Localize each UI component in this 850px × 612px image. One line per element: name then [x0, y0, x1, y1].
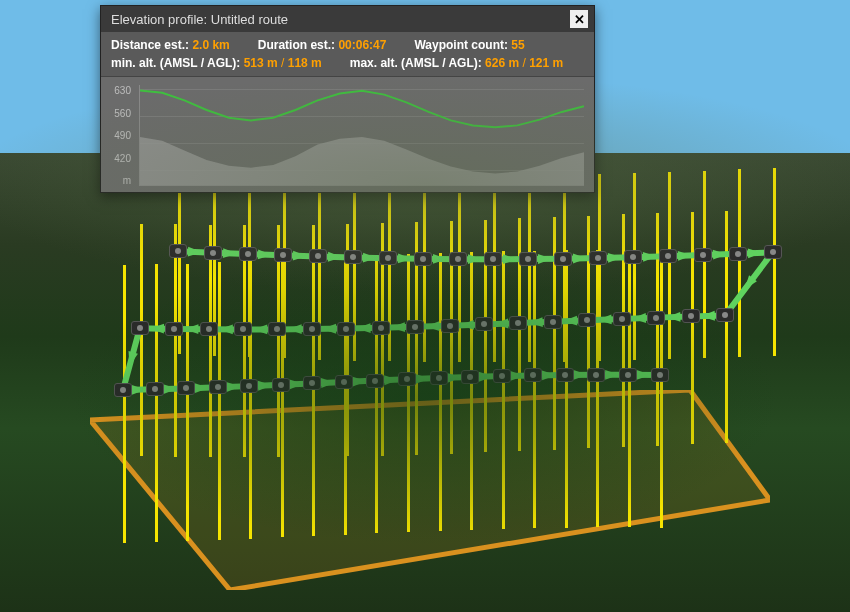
svg-marker-0 [90, 390, 770, 590]
stat-duration: Duration est.: 00:06:47 [258, 38, 387, 52]
svg-marker-2 [188, 247, 202, 257]
stat-min-alt: min. alt. (AMSL / AGL): 513 m / 118 m [111, 56, 322, 70]
svg-line-77 [186, 387, 218, 388]
svg-line-27 [633, 256, 668, 257]
svg-line-95 [470, 376, 502, 377]
svg-line-25 [598, 257, 633, 258]
svg-line-35 [725, 252, 773, 315]
svg-line-11 [353, 257, 388, 258]
stat-max-alt: max. alt. (AMSL / AGL): 626 m / 121 m [350, 56, 563, 70]
svg-marker-107 [140, 137, 584, 185]
svg-marker-100 [542, 370, 556, 380]
svg-line-51 [450, 324, 484, 325]
waypoint-poles [0, 0, 850, 612]
chart-plot [139, 85, 584, 186]
svg-line-37 [691, 315, 725, 316]
svg-marker-62 [288, 324, 302, 334]
svg-line-39 [656, 316, 690, 317]
svg-marker-14 [398, 253, 412, 263]
elevation-chart: 630560490420m [101, 77, 594, 192]
svg-line-5 [248, 254, 283, 255]
svg-marker-92 [416, 374, 430, 384]
svg-line-49 [484, 323, 518, 324]
svg-line-59 [312, 329, 346, 330]
svg-line-75 [155, 388, 187, 389]
svg-marker-70 [150, 324, 164, 334]
svg-marker-38 [701, 311, 715, 321]
svg-line-93 [439, 377, 471, 378]
svg-line-13 [388, 258, 423, 259]
svg-marker-26 [608, 253, 622, 263]
svg-line-81 [249, 385, 281, 386]
svg-marker-46 [563, 316, 577, 326]
svg-line-97 [502, 375, 534, 376]
panel-title: Elevation profile: Untitled route [111, 12, 288, 27]
svg-marker-104 [605, 370, 619, 380]
svg-marker-94 [447, 373, 461, 383]
svg-marker-76 [163, 384, 177, 394]
svg-marker-10 [328, 252, 342, 262]
svg-marker-102 [574, 370, 588, 380]
svg-marker-30 [678, 251, 692, 261]
svg-marker-48 [529, 317, 543, 327]
svg-marker-16 [433, 254, 447, 264]
svg-line-53 [415, 326, 449, 327]
svg-marker-86 [321, 378, 335, 388]
svg-line-91 [407, 378, 439, 379]
stat-waypoints: Waypoint count: 55 [414, 38, 524, 52]
panel-titlebar[interactable]: Elevation profile: Untitled route ✕ [101, 6, 594, 32]
svg-marker-98 [510, 371, 524, 381]
svg-line-55 [381, 327, 415, 328]
svg-marker-82 [258, 381, 272, 391]
svg-marker-20 [503, 254, 517, 264]
svg-marker-34 [748, 248, 762, 258]
svg-marker-80 [226, 382, 240, 392]
svg-marker-32 [713, 250, 727, 260]
svg-marker-54 [425, 321, 439, 331]
stat-distance: Distance est.: 2.0 km [111, 38, 230, 52]
close-icon[interactable]: ✕ [570, 10, 588, 28]
svg-marker-60 [322, 324, 336, 334]
panel-stats: Distance est.: 2.0 km Duration est.: 00:… [101, 32, 594, 77]
svg-line-57 [346, 328, 380, 329]
svg-line-89 [375, 379, 407, 380]
svg-marker-36 [745, 275, 757, 289]
svg-line-33 [738, 252, 773, 253]
svg-line-79 [218, 386, 250, 387]
svg-marker-90 [384, 375, 398, 385]
survey-boundary [90, 390, 770, 590]
svg-marker-74 [132, 385, 146, 395]
svg-line-29 [668, 255, 703, 256]
svg-marker-84 [289, 380, 303, 390]
svg-marker-50 [494, 319, 508, 329]
svg-line-47 [518, 322, 552, 323]
svg-line-45 [553, 320, 587, 321]
elevation-profile-panel[interactable]: Elevation profile: Untitled route ✕ Dist… [100, 5, 595, 193]
map-3d-viewport[interactable]: Elevation profile: Untitled route ✕ Dist… [0, 0, 850, 612]
svg-line-71 [123, 328, 140, 390]
waypoint-markers [0, 0, 850, 612]
svg-line-83 [281, 383, 313, 384]
svg-marker-58 [357, 323, 371, 333]
svg-line-41 [622, 318, 656, 319]
svg-marker-8 [293, 251, 307, 261]
svg-marker-66 [219, 325, 233, 335]
svg-marker-78 [195, 383, 209, 393]
svg-line-23 [563, 258, 598, 259]
svg-marker-88 [352, 377, 366, 387]
svg-line-9 [318, 256, 353, 257]
svg-line-73 [123, 389, 155, 390]
svg-marker-72 [128, 351, 137, 366]
flight-path [0, 0, 850, 612]
svg-marker-56 [391, 322, 405, 332]
svg-marker-44 [598, 314, 612, 324]
svg-line-87 [344, 381, 376, 382]
svg-line-1 [178, 251, 213, 252]
svg-marker-22 [538, 254, 552, 264]
svg-marker-106 [637, 370, 651, 380]
svg-marker-12 [363, 253, 377, 263]
svg-line-69 [140, 328, 174, 329]
svg-marker-64 [253, 325, 267, 335]
svg-marker-24 [573, 254, 587, 264]
svg-marker-96 [479, 372, 493, 382]
